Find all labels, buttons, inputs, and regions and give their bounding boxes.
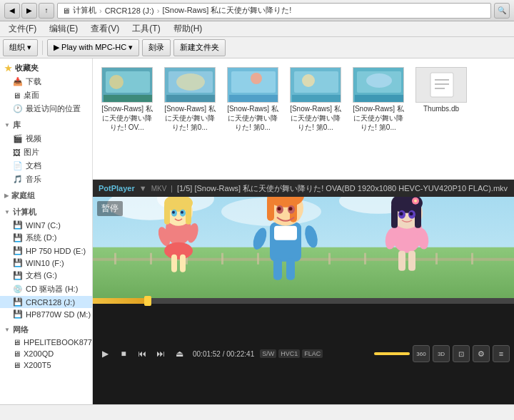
menu-help[interactable]: 帮助(H) bbox=[168, 21, 208, 36]
menu-tools[interactable]: 工具(T) bbox=[126, 21, 166, 36]
btn-sub[interactable]: ⊡ bbox=[453, 345, 470, 362]
eject-button[interactable]: ⏏ bbox=[171, 346, 187, 362]
h-label: CD 驱动器 (H:) bbox=[26, 284, 78, 294]
e-label: HP 750 HDD (E:) bbox=[26, 247, 86, 255]
sidebar-item-h[interactable]: 💿 CD 驱动器 (H:) bbox=[0, 282, 92, 296]
sw-badge: S/W bbox=[260, 349, 276, 358]
player-brand: PotPlayer bbox=[99, 184, 135, 193]
f-label: WIN10 (F:) bbox=[26, 259, 64, 267]
play-mpc-button[interactable]: ▶ Play with MPC-HC ▾ bbox=[47, 39, 139, 56]
sidebar-item-downloads[interactable]: 📥 下载 bbox=[0, 75, 92, 88]
up-button[interactable]: ↑ bbox=[39, 3, 54, 19]
file-item-1[interactable]: [Snow-Raws] 私に天使が舞い降りた! 第0... bbox=[161, 64, 218, 135]
docs-icon: 📄 bbox=[13, 161, 23, 170]
sidebar-item-desktop[interactable]: 🖥 桌面 bbox=[0, 88, 92, 102]
forward-button[interactable]: ▶ bbox=[21, 3, 37, 19]
computer-header[interactable]: ▼ 计算机 bbox=[0, 205, 92, 219]
toolbar: 组织 ▾ ▶ Play with MPC-HC ▾ 刻录 新建文件夹 bbox=[0, 37, 514, 58]
breadcrumb-part2: CRCR128 (J:) bbox=[105, 6, 154, 15]
drive-j-icon: 💾 bbox=[13, 297, 23, 307]
sidebar-item-pictures[interactable]: 🖼 图片 bbox=[0, 145, 92, 159]
player-format: MKV bbox=[151, 185, 167, 193]
svg-rect-56 bbox=[180, 255, 186, 272]
svg-rect-39 bbox=[364, 253, 366, 265]
sidebar-item-m[interactable]: 💾 HP8770W SD (M:) bbox=[0, 308, 92, 320]
svg-point-6 bbox=[176, 73, 205, 91]
progress-thumb[interactable] bbox=[144, 296, 151, 306]
burn-button[interactable]: 刻录 bbox=[142, 39, 171, 56]
sidebar-item-music[interactable]: 🎵 音乐 bbox=[0, 173, 92, 186]
title-bar: ◀ ▶ ↑ 🖥 计算机 › CRCR128 (J:) › [Snow-Raws]… bbox=[0, 0, 514, 21]
sidebar-item-j[interactable]: 💾 CRCR128 (J:) bbox=[0, 296, 92, 308]
svg-rect-15 bbox=[292, 95, 341, 102]
sidebar-item-f[interactable]: 💾 WIN10 (F:) bbox=[0, 257, 92, 269]
star-icon: ★ bbox=[4, 63, 12, 73]
file-item-db[interactable]: Thumbs.db bbox=[413, 64, 470, 135]
btn-3d[interactable]: 3D bbox=[433, 345, 450, 362]
new-folder-button[interactable]: 新建文件夹 bbox=[173, 39, 226, 56]
settings-button[interactable]: ⚙ bbox=[473, 345, 490, 362]
svg-rect-69 bbox=[274, 226, 297, 240]
sidebar-item-recent[interactable]: 🕐 最近访问的位置 bbox=[0, 102, 92, 116]
file-item-0[interactable]: [Snow-Raws] 私に天使が舞い降りた! OV... bbox=[99, 64, 156, 135]
btn-360[interactable]: 360 bbox=[413, 345, 430, 362]
address-bar[interactable]: 🖥 计算机 › CRCR128 (J:) › [Snow-Raws] 私に天使が… bbox=[57, 3, 491, 19]
volume-slider[interactable] bbox=[374, 352, 410, 355]
library-header[interactable]: ▼ 库 bbox=[0, 118, 92, 132]
sidebar-item-g[interactable]: 💾 文档 (G:) bbox=[0, 269, 92, 282]
svg-rect-33 bbox=[150, 253, 152, 265]
chevron-down-icon: ▼ bbox=[4, 122, 10, 128]
hp1-label: HPELITEBOOK877 bbox=[24, 338, 92, 347]
back-button[interactable]: ◀ bbox=[4, 3, 20, 19]
organize-button[interactable]: 组织 ▾ bbox=[3, 39, 38, 56]
sidebar-item-docs[interactable]: 📄 文档 bbox=[0, 159, 92, 173]
recent-label: 最近访问的位置 bbox=[26, 103, 81, 114]
sidebar-item-d[interactable]: 💾 系统 (D:) bbox=[0, 231, 92, 245]
audio-codec-badge: FLAC bbox=[302, 349, 323, 358]
player-title-bar: PotPlayer ▼ MKV | [1/5] [Snow-Raws] 私に天使… bbox=[93, 180, 514, 197]
svg-rect-7 bbox=[166, 95, 215, 102]
favorites-label: 收藏夹 bbox=[15, 63, 39, 73]
thumb-svg-1 bbox=[165, 68, 216, 103]
network-header[interactable]: ▼ 网络 bbox=[0, 323, 92, 337]
progress-bar[interactable] bbox=[93, 298, 514, 304]
menu-button[interactable]: ≡ bbox=[493, 345, 510, 362]
svg-rect-60 bbox=[267, 197, 274, 221]
menu-edit[interactable]: 编辑(E) bbox=[44, 21, 84, 36]
homegroup-header[interactable]: ▶ 家庭组 bbox=[0, 189, 92, 203]
sidebar-item-x200t5[interactable]: 🖥 X200T5 bbox=[0, 359, 92, 371]
nav-buttons[interactable]: ◀ ▶ ↑ bbox=[4, 3, 54, 19]
menu-view[interactable]: 查看(V) bbox=[85, 21, 125, 36]
pictures-label: 图片 bbox=[24, 147, 39, 158]
play-button[interactable]: ▶ bbox=[97, 346, 113, 362]
network-icon1: 🖥 bbox=[13, 338, 21, 347]
drive-e-icon: 💾 bbox=[13, 246, 23, 255]
video-codec-badge: HVC1 bbox=[278, 349, 300, 358]
file-thumb-db bbox=[415, 67, 467, 103]
file-label-db: Thumbs.db bbox=[423, 104, 459, 113]
sidebar-item-hp1[interactable]: 🖥 HPELITEBOOK877 bbox=[0, 337, 92, 348]
next-button[interactable]: ⏭ bbox=[153, 346, 168, 362]
desktop-icon: 🖥 bbox=[13, 91, 21, 100]
svg-point-18 bbox=[366, 73, 392, 88]
stop-button[interactable]: ■ bbox=[116, 346, 131, 362]
library-label: 库 bbox=[13, 120, 21, 130]
file-item-3[interactable]: [Snow-Raws] 私に天使が舞い降りた! 第0... bbox=[287, 64, 344, 135]
thumb-svg-0 bbox=[102, 68, 153, 103]
computer-section: ▼ 计算机 💾 WIN7 (C:) 💾 系统 (D:) 💾 HP 750 HDD… bbox=[0, 205, 92, 320]
menu-file[interactable]: 文件(F) bbox=[3, 21, 42, 36]
svg-rect-19 bbox=[355, 95, 403, 102]
player-video[interactable]: 暂停 bbox=[93, 197, 514, 298]
svg-rect-41 bbox=[435, 253, 438, 265]
prev-button[interactable]: ⏮ bbox=[134, 346, 150, 362]
file-item-4[interactable]: [Snow-Raws] 私に天使が舞い降りた! 第0... bbox=[350, 64, 407, 135]
file-list: [Snow-Raws] 私に天使が舞い降りた! OV... [Snow-Raws… bbox=[93, 58, 514, 180]
sidebar-item-e[interactable]: 💾 HP 750 HDD (E:) bbox=[0, 245, 92, 257]
sidebar-item-x200qd[interactable]: 🖥 X200QD bbox=[0, 348, 92, 359]
thumb-svg-2 bbox=[228, 68, 278, 103]
favorites-header[interactable]: ★ 收藏夹 bbox=[0, 61, 92, 75]
file-item-2[interactable]: [Snow-Raws] 私に天使が舞い降りた! 第0... bbox=[224, 64, 281, 135]
sidebar-item-c[interactable]: 💾 WIN7 (C:) bbox=[0, 219, 92, 231]
search-button[interactable]: 🔍 bbox=[494, 3, 510, 19]
sidebar-item-video[interactable]: 🎬 视频 bbox=[0, 132, 92, 145]
